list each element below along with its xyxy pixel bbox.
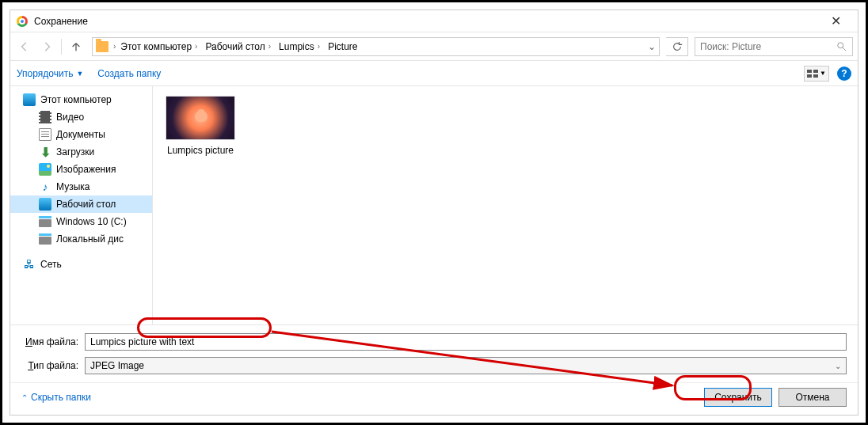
crumb-desktop[interactable]: Рабочий стол› — [202, 41, 274, 52]
nav-row: › Этот компьютер› Рабочий стол› Lumpics›… — [10, 32, 858, 61]
tree-documents[interactable]: Документы — [10, 126, 152, 143]
pc-icon — [23, 93, 36, 106]
filename-label: Имя файла: — [21, 336, 85, 347]
search-icon — [836, 41, 847, 52]
chrome-icon — [17, 16, 28, 27]
cancel-button[interactable]: Отмена — [779, 388, 847, 407]
desktop-icon — [39, 198, 51, 211]
breadcrumb-bar[interactable]: › Этот компьютер› Рабочий стол› Lumpics›… — [92, 37, 660, 56]
action-row: ⌃Скрыть папки Сохранить Отмена — [10, 382, 858, 415]
image-icon — [39, 163, 51, 176]
filename-input[interactable] — [85, 333, 847, 351]
filetype-label: Тип файла: — [21, 360, 85, 371]
search-input[interactable] — [700, 41, 836, 52]
bottom-bar: Имя файла: Тип файла: JPEG Image⌄ — [10, 324, 858, 382]
document-icon — [39, 128, 51, 141]
tree-this-pc[interactable]: Этот компьютер — [10, 91, 152, 108]
thumbnail — [166, 96, 235, 140]
hide-folders-button[interactable]: ⌃Скрыть папки — [21, 392, 91, 403]
drive-icon — [39, 237, 51, 245]
refresh-button[interactable] — [666, 37, 688, 56]
window-title: Сохранение — [34, 16, 88, 27]
tree-local-disk[interactable]: Локальный дис — [10, 230, 152, 248]
new-folder-button[interactable]: Создать папку — [97, 68, 161, 79]
svg-line-1 — [843, 47, 846, 50]
network-icon: 🖧 — [23, 258, 36, 271]
up-button[interactable] — [67, 37, 86, 56]
file-item[interactable]: Lumpics picture — [162, 96, 238, 156]
back-button[interactable] — [15, 37, 34, 56]
svg-rect-3 — [813, 70, 818, 73]
tree-videos[interactable]: Видео — [10, 108, 152, 126]
help-button[interactable]: ? — [837, 66, 851, 81]
crumb-dropdown[interactable]: ⌄ — [648, 41, 656, 52]
save-button[interactable]: Сохранить — [704, 388, 772, 407]
drive-icon — [39, 219, 51, 227]
forward-button[interactable] — [37, 37, 56, 56]
titlebar: Сохранение ✕ — [10, 10, 858, 32]
filetype-select[interactable]: JPEG Image⌄ — [85, 357, 847, 374]
file-pane[interactable]: Lumpics picture — [153, 86, 858, 324]
crumb-picture[interactable]: Picture — [325, 41, 360, 52]
tree-network[interactable]: 🖧Сеть — [10, 256, 152, 273]
view-button[interactable]: ▼ — [804, 66, 829, 82]
crumb-this-pc[interactable]: Этот компьютер› — [117, 41, 200, 52]
organize-button[interactable]: Упорядочить ▼ — [17, 68, 83, 79]
tree-pictures[interactable]: Изображения — [10, 161, 152, 178]
toolbar: Упорядочить ▼ Создать папку ▼ ? — [10, 61, 858, 86]
tree-music[interactable]: ♪Музыка — [10, 178, 152, 195]
close-button[interactable]: ✕ — [820, 13, 851, 28]
svg-point-0 — [838, 42, 843, 47]
tree-desktop[interactable]: Рабочий стол — [10, 195, 152, 213]
tree-drive-c[interactable]: Windows 10 (C:) — [10, 213, 152, 230]
svg-rect-2 — [807, 70, 812, 73]
search-box[interactable] — [695, 37, 853, 56]
svg-rect-4 — [807, 74, 812, 78]
video-icon — [39, 111, 51, 123]
nav-tree: Этот компьютер Видео Документы ⬇Загрузки… — [10, 86, 153, 324]
file-label: Lumpics picture — [162, 145, 238, 156]
svg-rect-5 — [813, 74, 818, 78]
download-icon: ⬇ — [39, 146, 51, 158]
music-icon: ♪ — [39, 180, 51, 193]
folder-icon — [96, 41, 108, 52]
tree-downloads[interactable]: ⬇Загрузки — [10, 143, 152, 161]
crumb-lumpics[interactable]: Lumpics› — [276, 41, 323, 52]
